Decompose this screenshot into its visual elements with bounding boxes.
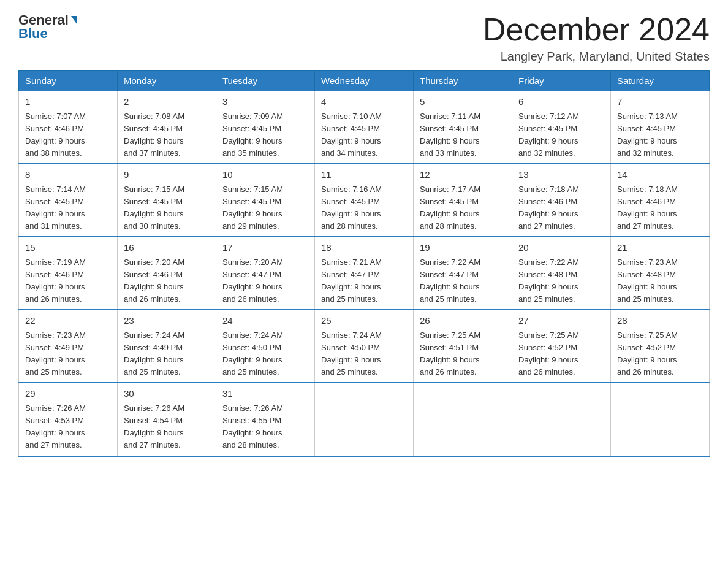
calendar-day-cell: 12Sunrise: 7:17 AMSunset: 4:45 PMDayligh… <box>414 164 512 237</box>
logo: General Blue <box>18 12 78 42</box>
calendar-day-cell: 6Sunrise: 7:12 AMSunset: 4:45 PMDaylight… <box>512 91 611 164</box>
weekday-header-row: SundayMondayTuesdayWednesdayThursdayFrid… <box>19 71 710 91</box>
day-number: 4 <box>321 95 407 109</box>
day-number: 26 <box>420 314 506 328</box>
day-info: Sunrise: 7:26 AMSunset: 4:53 PMDaylight:… <box>25 402 111 452</box>
calendar-day-cell: 18Sunrise: 7:21 AMSunset: 4:47 PMDayligh… <box>315 237 414 310</box>
logo-blue: Blue <box>18 26 48 42</box>
day-info: Sunrise: 7:25 AMSunset: 4:51 PMDaylight:… <box>420 329 506 379</box>
calendar-day-cell: 8Sunrise: 7:14 AMSunset: 4:45 PMDaylight… <box>19 164 118 237</box>
calendar-day-cell: 21Sunrise: 7:23 AMSunset: 4:48 PMDayligh… <box>611 237 710 310</box>
calendar-week-row: 22Sunrise: 7:23 AMSunset: 4:49 PMDayligh… <box>19 310 710 383</box>
calendar-day-cell: 14Sunrise: 7:18 AMSunset: 4:46 PMDayligh… <box>611 164 710 237</box>
day-number: 15 <box>25 241 111 255</box>
day-info: Sunrise: 7:25 AMSunset: 4:52 PMDaylight:… <box>617 329 703 379</box>
day-number: 10 <box>222 168 308 182</box>
page-header: General Blue December 2024 Langley Park,… <box>18 12 710 64</box>
day-info: Sunrise: 7:18 AMSunset: 4:46 PMDaylight:… <box>617 183 703 233</box>
day-info: Sunrise: 7:15 AMSunset: 4:45 PMDaylight:… <box>222 183 308 233</box>
day-info: Sunrise: 7:07 AMSunset: 4:46 PMDaylight:… <box>25 110 111 160</box>
day-info: Sunrise: 7:09 AMSunset: 4:45 PMDaylight:… <box>222 110 308 160</box>
day-info: Sunrise: 7:22 AMSunset: 4:48 PMDaylight:… <box>518 256 604 306</box>
calendar-day-cell: 24Sunrise: 7:24 AMSunset: 4:50 PMDayligh… <box>216 310 315 383</box>
calendar-day-cell <box>315 383 414 456</box>
day-number: 16 <box>124 241 210 255</box>
day-info: Sunrise: 7:15 AMSunset: 4:45 PMDaylight:… <box>124 183 210 233</box>
day-info: Sunrise: 7:10 AMSunset: 4:45 PMDaylight:… <box>321 110 407 160</box>
day-number: 19 <box>420 241 506 255</box>
day-info: Sunrise: 7:19 AMSunset: 4:46 PMDaylight:… <box>25 256 111 306</box>
weekday-header-monday: Monday <box>118 71 216 91</box>
calendar-day-cell: 25Sunrise: 7:24 AMSunset: 4:50 PMDayligh… <box>315 310 414 383</box>
calendar-day-cell: 4Sunrise: 7:10 AMSunset: 4:45 PMDaylight… <box>315 91 414 164</box>
day-info: Sunrise: 7:12 AMSunset: 4:45 PMDaylight:… <box>518 110 604 160</box>
day-info: Sunrise: 7:16 AMSunset: 4:45 PMDaylight:… <box>321 183 407 233</box>
day-number: 17 <box>222 241 308 255</box>
day-number: 9 <box>124 168 210 182</box>
day-number: 31 <box>222 387 308 401</box>
calendar-day-cell: 10Sunrise: 7:15 AMSunset: 4:45 PMDayligh… <box>216 164 315 237</box>
day-info: Sunrise: 7:24 AMSunset: 4:49 PMDaylight:… <box>124 329 210 379</box>
weekday-header-saturday: Saturday <box>611 71 710 91</box>
weekday-header-tuesday: Tuesday <box>216 71 315 91</box>
weekday-header-friday: Friday <box>512 71 611 91</box>
day-info: Sunrise: 7:08 AMSunset: 4:45 PMDaylight:… <box>124 110 210 160</box>
day-number: 27 <box>518 314 604 328</box>
day-info: Sunrise: 7:14 AMSunset: 4:45 PMDaylight:… <box>25 183 111 233</box>
day-number: 2 <box>124 95 210 109</box>
day-number: 6 <box>518 95 604 109</box>
title-section: December 2024 Langley Park, Maryland, Un… <box>483 12 710 64</box>
calendar-day-cell: 22Sunrise: 7:23 AMSunset: 4:49 PMDayligh… <box>19 310 118 383</box>
day-info: Sunrise: 7:20 AMSunset: 4:46 PMDaylight:… <box>124 256 210 306</box>
calendar-day-cell: 13Sunrise: 7:18 AMSunset: 4:46 PMDayligh… <box>512 164 611 237</box>
day-number: 1 <box>25 95 111 109</box>
calendar-day-cell: 31Sunrise: 7:26 AMSunset: 4:55 PMDayligh… <box>216 383 315 456</box>
day-info: Sunrise: 7:11 AMSunset: 4:45 PMDaylight:… <box>420 110 506 160</box>
day-number: 18 <box>321 241 407 255</box>
calendar-day-cell: 17Sunrise: 7:20 AMSunset: 4:47 PMDayligh… <box>216 237 315 310</box>
day-info: Sunrise: 7:23 AMSunset: 4:48 PMDaylight:… <box>617 256 703 306</box>
calendar-subtitle: Langley Park, Maryland, United States <box>483 50 710 64</box>
day-number: 11 <box>321 168 407 182</box>
day-number: 25 <box>321 314 407 328</box>
day-number: 21 <box>617 241 703 255</box>
day-info: Sunrise: 7:24 AMSunset: 4:50 PMDaylight:… <box>222 329 308 379</box>
calendar-day-cell: 29Sunrise: 7:26 AMSunset: 4:53 PMDayligh… <box>19 383 118 456</box>
day-info: Sunrise: 7:26 AMSunset: 4:55 PMDaylight:… <box>222 402 308 452</box>
calendar-week-row: 15Sunrise: 7:19 AMSunset: 4:46 PMDayligh… <box>19 237 710 310</box>
logo-triangle-icon <box>71 16 77 25</box>
day-info: Sunrise: 7:23 AMSunset: 4:49 PMDaylight:… <box>25 329 111 379</box>
day-number: 5 <box>420 95 506 109</box>
calendar-day-cell: 20Sunrise: 7:22 AMSunset: 4:48 PMDayligh… <box>512 237 611 310</box>
day-number: 28 <box>617 314 703 328</box>
day-info: Sunrise: 7:13 AMSunset: 4:45 PMDaylight:… <box>617 110 703 160</box>
calendar-day-cell <box>611 383 710 456</box>
calendar-day-cell: 11Sunrise: 7:16 AMSunset: 4:45 PMDayligh… <box>315 164 414 237</box>
calendar-day-cell: 28Sunrise: 7:25 AMSunset: 4:52 PMDayligh… <box>611 310 710 383</box>
calendar-week-row: 8Sunrise: 7:14 AMSunset: 4:45 PMDaylight… <box>19 164 710 237</box>
day-info: Sunrise: 7:25 AMSunset: 4:52 PMDaylight:… <box>518 329 604 379</box>
calendar-day-cell: 15Sunrise: 7:19 AMSunset: 4:46 PMDayligh… <box>19 237 118 310</box>
calendar-day-cell: 3Sunrise: 7:09 AMSunset: 4:45 PMDaylight… <box>216 91 315 164</box>
calendar-day-cell: 9Sunrise: 7:15 AMSunset: 4:45 PMDaylight… <box>118 164 216 237</box>
calendar-day-cell: 16Sunrise: 7:20 AMSunset: 4:46 PMDayligh… <box>118 237 216 310</box>
day-number: 14 <box>617 168 703 182</box>
day-number: 7 <box>617 95 703 109</box>
calendar-title: December 2024 <box>483 12 710 47</box>
day-number: 30 <box>124 387 210 401</box>
calendar-day-cell: 1Sunrise: 7:07 AMSunset: 4:46 PMDaylight… <box>19 91 118 164</box>
day-number: 8 <box>25 168 111 182</box>
day-info: Sunrise: 7:20 AMSunset: 4:47 PMDaylight:… <box>222 256 308 306</box>
day-info: Sunrise: 7:17 AMSunset: 4:45 PMDaylight:… <box>420 183 506 233</box>
weekday-header-thursday: Thursday <box>414 71 512 91</box>
day-number: 29 <box>25 387 111 401</box>
day-info: Sunrise: 7:21 AMSunset: 4:47 PMDaylight:… <box>321 256 407 306</box>
calendar-day-cell: 2Sunrise: 7:08 AMSunset: 4:45 PMDaylight… <box>118 91 216 164</box>
calendar-day-cell <box>414 383 512 456</box>
calendar-day-cell <box>512 383 611 456</box>
weekday-header-wednesday: Wednesday <box>315 71 414 91</box>
calendar-day-cell: 19Sunrise: 7:22 AMSunset: 4:47 PMDayligh… <box>414 237 512 310</box>
day-info: Sunrise: 7:22 AMSunset: 4:47 PMDaylight:… <box>420 256 506 306</box>
calendar-week-row: 29Sunrise: 7:26 AMSunset: 4:53 PMDayligh… <box>19 383 710 456</box>
day-number: 12 <box>420 168 506 182</box>
